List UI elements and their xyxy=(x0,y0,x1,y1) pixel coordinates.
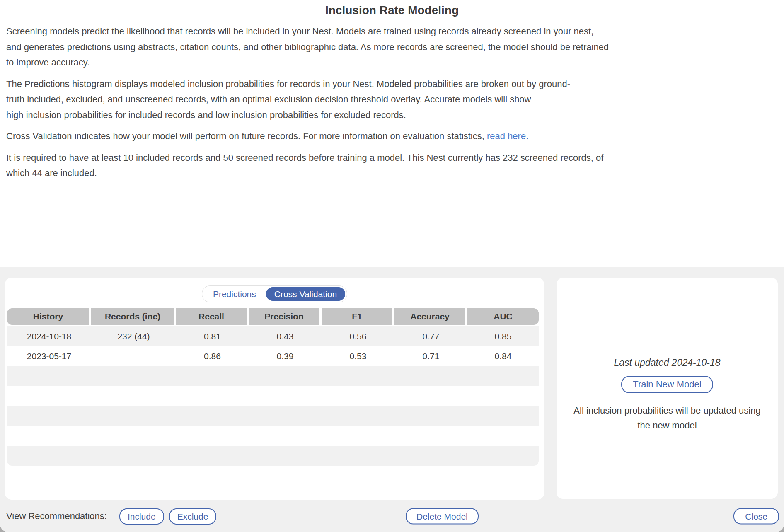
header-accuracy: Accuracy xyxy=(394,308,467,325)
cross-validation-card: Predictions Cross Validation History Rec… xyxy=(5,278,544,500)
exclude-button[interactable]: Exclude xyxy=(169,508,217,525)
train-model-card: Last updated 2024-10-18 Train New Model … xyxy=(557,278,778,499)
train-model-note: All inclusion probabilities will be upda… xyxy=(573,403,760,433)
tab-predictions[interactable]: Predictions xyxy=(204,287,265,301)
cell-auc: 0.84 xyxy=(467,351,539,361)
header-recall: Recall xyxy=(176,308,249,325)
header-precision: Precision xyxy=(249,308,322,325)
train-new-model-button[interactable]: Train New Model xyxy=(621,376,713,393)
cell-f1: 0.56 xyxy=(322,331,394,341)
header-records-inc: Records (inc) xyxy=(91,308,176,325)
paragraph-predictions-histogram: The Predictions histogram displays model… xyxy=(6,76,778,123)
empty-table-row xyxy=(7,386,539,406)
paragraph-requirements: It is required to have at least 10 inclu… xyxy=(6,150,778,181)
cell-history: 2024-10-18 xyxy=(7,331,91,341)
cards-row: Predictions Cross Validation History Rec… xyxy=(5,278,778,500)
table-header-row: History Records (inc) Recall Precision F… xyxy=(7,308,539,325)
page-title: Inclusion Rate Modeling xyxy=(6,3,778,17)
cell-f1: 0.53 xyxy=(322,351,394,361)
header-f1: F1 xyxy=(322,308,394,325)
cell-auc: 0.85 xyxy=(467,331,539,341)
model-panel-section: Predictions Cross Validation History Rec… xyxy=(0,267,784,532)
last-updated-text: Last updated 2024-10-18 xyxy=(614,357,720,368)
cell-precision: 0.43 xyxy=(249,331,322,341)
model-history-table: History Records (inc) Recall Precision F… xyxy=(7,308,539,466)
empty-table-row xyxy=(7,426,539,446)
intro-section: Inclusion Rate Modeling Screening models… xyxy=(0,0,784,267)
read-here-link[interactable]: read here. xyxy=(487,131,528,141)
header-auc: AUC xyxy=(467,308,539,325)
cell-history: 2023-05-17 xyxy=(7,351,91,361)
empty-table-row xyxy=(7,406,539,426)
include-button[interactable]: Include xyxy=(119,508,164,525)
cell-accuracy: 0.77 xyxy=(394,331,467,341)
train-model-content: Last updated 2024-10-18 Train New Model … xyxy=(573,357,760,433)
cell-recall: 0.86 xyxy=(176,351,249,361)
delete-model-button[interactable]: Delete Model xyxy=(406,508,479,525)
paragraph-cross-validation: Cross Validation indicates how your mode… xyxy=(6,128,778,144)
paragraph-cross-validation-text: Cross Validation indicates how your mode… xyxy=(6,131,487,141)
empty-table-row xyxy=(7,366,539,386)
dialog-footer: View Recommendations: Include Exclude De… xyxy=(0,501,784,532)
header-history: History xyxy=(7,308,91,325)
paragraph-screening-models: Screening models predict the likelihood … xyxy=(6,24,778,70)
table-row[interactable]: 2024-10-18 232 (44) 0.81 0.43 0.56 0.77 … xyxy=(7,326,539,346)
view-tab-group: Predictions Cross Validation xyxy=(202,285,347,302)
empty-table-row xyxy=(7,446,539,466)
inclusion-rate-modeling-dialog: Inclusion Rate Modeling Screening models… xyxy=(0,0,784,532)
cell-recall: 0.81 xyxy=(176,331,249,341)
table-row[interactable]: 2023-05-17 0.86 0.39 0.53 0.71 0.84 xyxy=(7,346,539,366)
cell-precision: 0.39 xyxy=(249,351,322,361)
cell-records: 232 (44) xyxy=(91,331,176,341)
close-button[interactable]: Close xyxy=(733,508,779,525)
cell-accuracy: 0.71 xyxy=(394,351,467,361)
view-recommendations-label: View Recommendations: xyxy=(6,511,107,522)
tab-cross-validation[interactable]: Cross Validation xyxy=(266,287,345,301)
